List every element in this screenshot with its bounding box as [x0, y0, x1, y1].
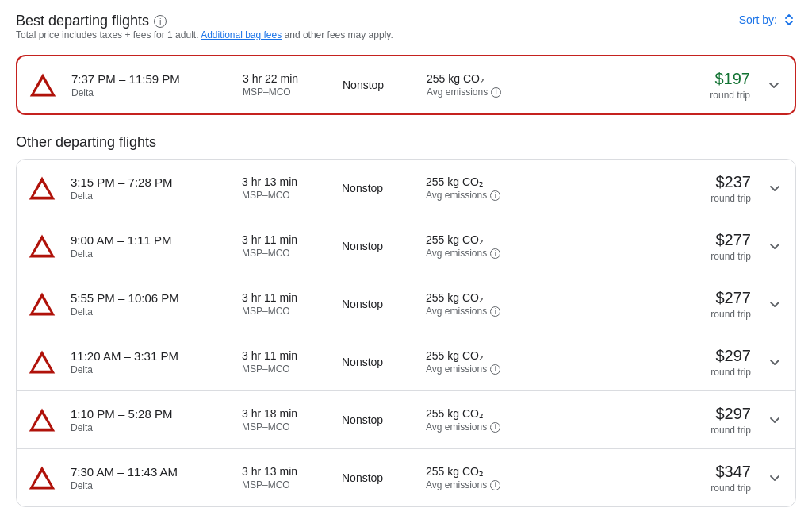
flight-times-col-4: 1:10 PM – 5:28 PM Delta [71, 407, 229, 433]
flight-emissions-1: 255 kg CO₂ [426, 233, 553, 246]
best-flight-airline-logo [27, 69, 59, 101]
flight-price-col-4: $297 round trip [565, 405, 751, 436]
flight-price-label-1: round trip [565, 251, 751, 262]
emissions-info-icon-4[interactable]: i [490, 422, 500, 433]
flight-duration-3: 3 hr 11 min [242, 349, 329, 362]
flight-airline-0: Delta [71, 190, 229, 202]
chevron-down-icon-5 [767, 470, 783, 486]
airline-logo-0 [26, 172, 58, 204]
flight-expand-3[interactable] [764, 354, 786, 370]
emissions-info-icon-2[interactable]: i [490, 306, 500, 317]
flight-route-4: MSP–MCO [242, 421, 329, 433]
flight-emissions-5: 255 kg CO₂ [426, 465, 553, 478]
flight-price-0: $237 [565, 173, 751, 191]
flight-route-5: MSP–MCO [242, 479, 329, 490]
best-flight-price-col: $197 round trip [566, 70, 750, 101]
flight-emissions-label-0: Avg emissions i [426, 190, 553, 201]
flight-price-col-3: $297 round trip [565, 347, 751, 378]
flight-duration-col-0: 3 hr 13 min MSP–MCO [242, 175, 329, 201]
page-header: Best departing flights i Total price inc… [16, 13, 796, 52]
flight-price-label-5: round trip [565, 483, 751, 494]
subtitle-end: and other fees may apply. [285, 29, 393, 40]
flight-times-col-5: 7:30 AM – 11:43 AM Delta [71, 465, 229, 491]
flight-row[interactable]: 11:20 AM – 3:31 PM Delta 3 hr 11 min MSP… [17, 333, 795, 391]
flight-expand-0[interactable] [764, 180, 786, 196]
flight-times-1: 9:00 AM – 1:11 PM [71, 233, 229, 247]
flight-stops-2: Nonstop [342, 298, 413, 310]
airline-logo-4 [26, 404, 58, 436]
flight-emissions-col-5: 255 kg CO₂ Avg emissions i [426, 465, 553, 490]
emissions-info-icon-3[interactable]: i [490, 364, 500, 375]
flight-emissions-label-5: Avg emissions i [426, 479, 553, 490]
flight-expand-4[interactable] [764, 412, 786, 428]
best-flight-price: $197 [566, 70, 750, 88]
sort-by-control[interactable]: Sort by: [739, 13, 796, 27]
header-left: Best departing flights i Total price inc… [16, 13, 393, 52]
flight-price-2: $277 [565, 289, 751, 307]
airline-logo-1 [26, 230, 58, 262]
flight-stops-col-5: Nonstop [342, 471, 413, 484]
flight-route-1: MSP–MCO [242, 248, 329, 259]
flight-emissions-col-0: 255 kg CO₂ Avg emissions i [426, 175, 553, 201]
flight-duration-col-2: 3 hr 11 min MSP–MCO [242, 291, 329, 317]
emissions-info-icon[interactable]: i [491, 87, 501, 98]
flight-duration-col-4: 3 hr 18 min MSP–MCO [242, 407, 329, 433]
flight-duration-col-5: 3 hr 13 min MSP–MCO [242, 465, 329, 490]
flight-row[interactable]: 5:55 PM – 10:06 PM Delta 3 hr 11 min MSP… [17, 275, 795, 333]
chevron-down-icon-0 [767, 180, 783, 196]
flight-price-5: $347 [565, 463, 751, 481]
flight-stops-col-1: Nonstop [342, 240, 413, 252]
best-flight-route: MSP–MCO [243, 87, 330, 98]
section-title: Best departing flights i [16, 13, 393, 29]
flight-times-col-2: 5:55 PM – 10:06 PM Delta [71, 291, 229, 317]
subtitle: Total price includes taxes + fees for 1 … [16, 29, 393, 40]
info-icon[interactable]: i [154, 15, 167, 28]
flight-price-col-2: $277 round trip [565, 289, 751, 320]
flight-price-label-3: round trip [565, 367, 751, 378]
best-flight-emissions-col: 255 kg CO₂ Avg emissions i [427, 72, 553, 98]
best-flight-times-col: 7:37 PM – 11:59 PM Delta [71, 72, 230, 98]
flight-emissions-label-4: Avg emissions i [426, 421, 553, 433]
flight-emissions-label-3: Avg emissions i [426, 364, 553, 375]
flight-emissions-0: 255 kg CO₂ [426, 175, 553, 188]
flight-price-label-0: round trip [565, 193, 751, 204]
flight-airline-5: Delta [71, 480, 229, 491]
best-flight-emissions-label: Avg emissions i [427, 87, 553, 98]
flight-price-1: $277 [565, 231, 751, 249]
chevron-down-icon-1 [767, 238, 783, 254]
flight-expand-5[interactable] [764, 470, 786, 486]
flight-emissions-col-4: 255 kg CO₂ Avg emissions i [426, 407, 553, 433]
flight-stops-col-2: Nonstop [342, 298, 413, 310]
flight-row[interactable]: 7:30 AM – 11:43 AM Delta 3 hr 13 min MSP… [17, 449, 795, 506]
flight-times-4: 1:10 PM – 5:28 PM [71, 407, 229, 421]
best-flight-expand[interactable] [763, 77, 785, 93]
flight-stops-3: Nonstop [342, 356, 413, 368]
flight-stops-col-4: Nonstop [342, 414, 413, 426]
flight-emissions-label-2: Avg emissions i [426, 306, 553, 317]
best-flight-card[interactable]: 7:37 PM – 11:59 PM Delta 3 hr 22 min MSP… [16, 55, 796, 115]
flight-times-col-1: 9:00 AM – 1:11 PM Delta [71, 233, 229, 260]
flight-stops-0: Nonstop [342, 182, 413, 194]
best-flight-stops-col: Nonstop [343, 79, 414, 91]
chevron-down-icon-3 [767, 354, 783, 370]
flight-emissions-3: 255 kg CO₂ [426, 349, 553, 362]
best-departing-title: Best departing flights [16, 13, 149, 29]
emissions-info-icon-0[interactable]: i [490, 190, 500, 201]
flight-route-2: MSP–MCO [242, 306, 329, 317]
flight-row[interactable]: 9:00 AM – 1:11 PM Delta 3 hr 11 min MSP–… [17, 217, 795, 275]
flight-expand-2[interactable] [764, 296, 786, 312]
flight-price-label-4: round trip [565, 425, 751, 436]
chevron-down-icon-2 [767, 296, 783, 312]
emissions-info-icon-5[interactable]: i [490, 480, 500, 490]
flight-row[interactable]: 3:15 PM – 7:28 PM Delta 3 hr 13 min MSP–… [17, 160, 795, 217]
flights-list: 3:15 PM – 7:28 PM Delta 3 hr 13 min MSP–… [16, 159, 796, 507]
flight-duration-0: 3 hr 13 min [242, 175, 329, 188]
flight-times-2: 5:55 PM – 10:06 PM [71, 291, 229, 305]
emissions-info-icon-1[interactable]: i [490, 248, 500, 259]
flight-airline-3: Delta [71, 364, 229, 375]
flight-expand-1[interactable] [764, 238, 786, 254]
flight-route-0: MSP–MCO [242, 190, 329, 201]
airline-logo-2 [26, 288, 58, 320]
bag-fees-link[interactable]: Additional bag fees [201, 29, 282, 40]
flight-row[interactable]: 1:10 PM – 5:28 PM Delta 3 hr 18 min MSP–… [17, 391, 795, 449]
